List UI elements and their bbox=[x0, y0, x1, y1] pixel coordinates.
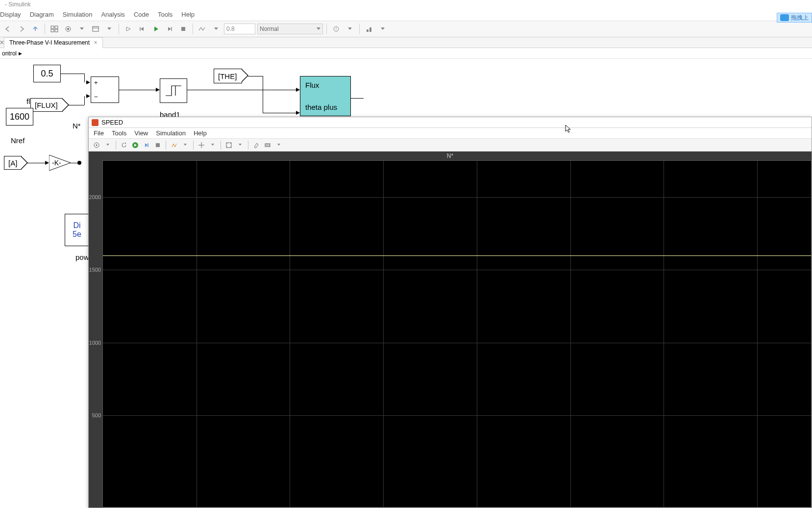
library-browser-button[interactable] bbox=[49, 23, 60, 35]
from-a-tag[interactable]: [A] bbox=[4, 156, 22, 170]
explorer-button[interactable] bbox=[90, 23, 101, 35]
scope-menu-view[interactable]: View bbox=[134, 129, 148, 137]
stop-button[interactable] bbox=[177, 23, 189, 35]
run-button[interactable] bbox=[150, 23, 162, 35]
scope-titlebar[interactable]: SPEED bbox=[89, 117, 812, 128]
menu-code[interactable]: Code bbox=[134, 11, 149, 20]
scope-restart-button[interactable] bbox=[119, 140, 129, 150]
constant-1600-block[interactable]: 1600 bbox=[6, 108, 33, 126]
breadcrumb[interactable]: ontrol ▶ bbox=[0, 48, 812, 59]
signal-button[interactable] bbox=[197, 23, 208, 35]
window-title: - Simulink bbox=[0, 0, 812, 10]
grid-line bbox=[103, 197, 811, 198]
scope-toolbar bbox=[89, 139, 812, 152]
up-button[interactable] bbox=[29, 23, 41, 35]
matlab-icon bbox=[92, 119, 98, 126]
scope-separator bbox=[166, 141, 166, 150]
scope-menubar: File Tools View Simulation Help bbox=[89, 128, 812, 139]
simulation-mode-value: Normal bbox=[260, 25, 279, 32]
step-back-button[interactable] bbox=[136, 23, 148, 35]
menu-diagram[interactable]: Diagram bbox=[30, 11, 54, 20]
gain-block[interactable]: -K- bbox=[49, 155, 71, 171]
scope-window[interactable]: SPEED File Tools View Simulation Help N* bbox=[88, 117, 812, 508]
scope-stop-button[interactable] bbox=[153, 140, 163, 150]
gain-value: -K- bbox=[52, 159, 61, 167]
menu-display[interactable]: Display bbox=[0, 11, 21, 20]
scope-cursor-button[interactable] bbox=[197, 140, 206, 150]
wire bbox=[351, 98, 364, 99]
breadcrumb-root[interactable]: ontrol bbox=[2, 50, 17, 57]
explorer-dropdown[interactable] bbox=[103, 23, 115, 35]
wire bbox=[248, 76, 263, 76]
scope-trigger-dropdown[interactable] bbox=[180, 140, 190, 150]
cloud-badge[interactable]: 拖拽上 bbox=[777, 13, 812, 23]
model-config-button[interactable] bbox=[62, 23, 74, 35]
nstar-label: N* bbox=[73, 122, 81, 130]
grid-line bbox=[477, 161, 477, 507]
wire bbox=[263, 113, 296, 113]
toolbar-separator bbox=[119, 24, 119, 34]
scope-menu-tools[interactable]: Tools bbox=[112, 129, 126, 137]
breadcrumb-arrow-icon: ▶ bbox=[19, 51, 22, 56]
simulation-mode-select[interactable]: Normal bbox=[257, 24, 323, 34]
scope-menu-simulation[interactable]: Simulation bbox=[156, 129, 186, 137]
config-dropdown[interactable] bbox=[76, 23, 88, 35]
build-dropdown[interactable] bbox=[377, 23, 389, 35]
toolbar-separator bbox=[359, 24, 360, 34]
build-button[interactable] bbox=[363, 23, 375, 35]
scope-autoscale-button[interactable] bbox=[224, 140, 234, 150]
advisor-button[interactable] bbox=[330, 23, 342, 35]
relay-block[interactable] bbox=[160, 78, 187, 103]
scope-signal-line bbox=[103, 255, 811, 256]
wire bbox=[187, 90, 296, 90]
scope-menu-file[interactable]: File bbox=[94, 129, 104, 137]
discrete-line2: 5e bbox=[73, 230, 81, 239]
grid-line bbox=[103, 270, 811, 270]
sum-block[interactable]: + − bbox=[91, 76, 119, 103]
scope-config-dropdown[interactable] bbox=[103, 140, 113, 150]
scope-cursor-dropdown[interactable] bbox=[208, 140, 218, 150]
wire bbox=[84, 96, 85, 105]
fast-restart-button[interactable] bbox=[123, 23, 134, 35]
grid-line bbox=[103, 415, 811, 416]
wire bbox=[84, 74, 85, 82]
close-tab-icon[interactable]: × bbox=[94, 39, 98, 47]
from-flux-tag[interactable]: [FLUX] bbox=[30, 98, 63, 112]
arrow-icon bbox=[86, 94, 90, 98]
flux-subsystem-block[interactable]: Flux theta plus bbox=[300, 76, 351, 116]
back-button[interactable] bbox=[2, 23, 14, 35]
constant-05-block[interactable]: 0.5 bbox=[33, 65, 61, 82]
scope-highlight-button[interactable] bbox=[251, 140, 261, 150]
advisor-dropdown[interactable] bbox=[344, 23, 356, 35]
grid-line bbox=[664, 161, 664, 507]
scope-plot[interactable]: 2000 1500 1000 500 bbox=[102, 160, 812, 508]
svg-rect-3 bbox=[55, 29, 58, 32]
signal-dropdown[interactable] bbox=[210, 23, 222, 35]
stop-time-input[interactable] bbox=[224, 24, 255, 34]
svg-rect-12 bbox=[367, 29, 369, 32]
discrete-block[interactable]: Di 5e bbox=[65, 214, 89, 246]
scope-config-button[interactable] bbox=[92, 140, 101, 150]
scope-measure-button[interactable] bbox=[263, 140, 272, 150]
scope-measure-dropdown[interactable] bbox=[274, 140, 284, 150]
from-the-tag[interactable]: [THE] bbox=[214, 69, 242, 83]
menu-help[interactable]: Help bbox=[181, 11, 195, 20]
main-menubar: Display Diagram Simulation Analysis Code… bbox=[0, 10, 812, 21]
sum-plus: + bbox=[94, 79, 98, 86]
step-forward-button[interactable] bbox=[164, 23, 175, 35]
menu-simulation[interactable]: Simulation bbox=[63, 11, 93, 20]
scope-menu-help[interactable]: Help bbox=[194, 129, 207, 137]
wire bbox=[61, 74, 84, 74]
scope-run-button[interactable] bbox=[130, 140, 140, 150]
scope-separator bbox=[248, 141, 248, 150]
close-first-tab[interactable]: × bbox=[0, 39, 4, 47]
menu-tools[interactable]: Tools bbox=[158, 11, 172, 20]
scope-step-button[interactable] bbox=[142, 140, 151, 150]
cloud-icon bbox=[780, 14, 789, 21]
forward-button[interactable] bbox=[16, 23, 27, 35]
scope-trigger-button[interactable] bbox=[169, 140, 179, 150]
scope-autoscale-dropdown[interactable] bbox=[235, 140, 245, 150]
tab-three-phase-vi[interactable]: Three-Phase V-I Measurement × bbox=[4, 37, 103, 48]
grid-line bbox=[103, 343, 811, 343]
menu-analysis[interactable]: Analysis bbox=[101, 11, 124, 20]
